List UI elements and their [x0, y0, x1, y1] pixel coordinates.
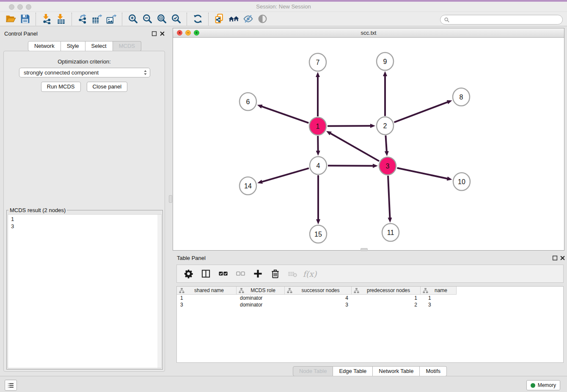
show-panes-icon[interactable] — [200, 268, 211, 279]
graph-node-2[interactable]: 2 — [377, 117, 394, 135]
table-panel-title: Table Panel — [177, 255, 206, 261]
zoom-fit-icon[interactable] — [154, 13, 169, 25]
export-image-icon[interactable] — [104, 13, 118, 25]
network-graph: 7968124314101511 — [173, 38, 564, 250]
tab-edge-table[interactable]: Edge Table — [333, 366, 373, 376]
network-view-window: × – + scc.txt 7968124314101511 — [173, 28, 564, 251]
zoom-in-icon[interactable] — [126, 13, 140, 25]
task-history-button[interactable] — [5, 380, 17, 391]
open-file-icon[interactable] — [3, 13, 18, 25]
control-panel: Control Panel NetworkStyleSelectMCDS Opt… — [0, 28, 169, 376]
edge-3-11[interactable] — [388, 176, 390, 218]
mcds-result-box: MCDS result (2 nodes) 13 — [6, 207, 163, 370]
criterion-select[interactable]: strongly connected component — [19, 68, 150, 77]
edge-4-3[interactable] — [328, 166, 374, 166]
close-panel-button[interactable]: Close panel — [87, 82, 128, 92]
graph-node-3[interactable]: 3 — [379, 157, 396, 175]
close-table-panel-icon[interactable] — [560, 255, 565, 261]
import-network-icon[interactable] — [39, 13, 54, 25]
save-session-icon[interactable] — [18, 13, 32, 25]
graph-node-4[interactable]: 4 — [310, 157, 327, 174]
deselect-all-icon[interactable] — [235, 268, 246, 279]
edge-4-14[interactable] — [261, 168, 309, 182]
table-cell: 1 — [352, 295, 421, 301]
column-header-predecessor-nodes[interactable]: predecessor nodes — [352, 287, 421, 295]
settings-icon[interactable] — [183, 268, 194, 279]
edge-3-1[interactable] — [330, 133, 379, 161]
hide-graphics-details-icon[interactable] — [241, 13, 255, 25]
toolbar-group — [36, 13, 72, 25]
edge-3-10[interactable] — [397, 168, 448, 179]
table-row[interactable]: 1dominator411 — [177, 295, 563, 301]
tab-network[interactable]: Network — [28, 41, 61, 51]
duplicate-network-icon[interactable] — [212, 13, 226, 25]
add-row-icon[interactable] — [252, 268, 263, 279]
svg-text:6: 6 — [246, 98, 250, 105]
delete-row-icon[interactable] — [270, 268, 281, 279]
table-cell: 1 — [421, 295, 457, 301]
mcds-result-list: 13 — [8, 214, 162, 368]
graph-node-7[interactable]: 7 — [309, 53, 326, 71]
table-row[interactable]: 3dominator323 — [177, 301, 563, 308]
svg-text:3: 3 — [386, 163, 390, 170]
result-line: 3 — [11, 223, 160, 230]
export-table-icon[interactable] — [90, 13, 104, 25]
tab-mcds[interactable]: MCDS — [113, 41, 141, 51]
mcds-tab-content: Optimization criterion: strongly connect… — [3, 51, 165, 372]
table-cell: 3 — [177, 301, 237, 308]
graph-node-8[interactable]: 8 — [453, 88, 470, 106]
search-field[interactable] — [440, 15, 563, 25]
column-header-shared-name[interactable]: shared name — [177, 287, 237, 295]
refresh-layout-icon[interactable] — [190, 13, 205, 25]
toolbar-group — [0, 13, 36, 25]
column-header-name[interactable]: name — [421, 287, 457, 295]
graph-node-9[interactable]: 9 — [377, 52, 394, 70]
graph-node-11[interactable]: 11 — [382, 224, 399, 241]
canvas-splitter-handle[interactable] — [361, 248, 368, 251]
svg-text:15: 15 — [314, 231, 322, 238]
graph-node-15[interactable]: 15 — [310, 225, 327, 243]
toolbar-group — [122, 13, 187, 25]
select-all-icon[interactable] — [217, 268, 228, 279]
edge-2-3[interactable] — [385, 135, 386, 152]
close-panel-icon[interactable] — [160, 31, 165, 36]
run-mcds-button[interactable]: Run MCDS — [41, 82, 81, 92]
control-panel-tabs: NetworkStyleSelectMCDS — [0, 41, 169, 51]
graph-node-6[interactable]: 6 — [239, 93, 256, 110]
search-icon — [444, 17, 450, 23]
search-input[interactable] — [452, 17, 559, 23]
zoom-selected-icon[interactable] — [169, 13, 183, 25]
network-canvas[interactable]: 7968124314101511 — [173, 38, 564, 250]
toolbar-group — [72, 13, 122, 25]
status-bar: Memory — [0, 376, 567, 392]
float-panel-icon[interactable] — [151, 31, 157, 36]
zoom-out-icon[interactable] — [140, 13, 154, 25]
column-header-MCDS-role[interactable]: MCDS role — [237, 287, 285, 295]
tab-network-table[interactable]: Network Table — [373, 366, 420, 376]
svg-text:1: 1 — [316, 123, 320, 130]
result-scrollbar[interactable] — [157, 215, 161, 368]
table-cell: 3 — [421, 301, 457, 308]
show-graphics-details-icon[interactable] — [255, 13, 270, 25]
tab-node-table[interactable]: Node Table — [293, 366, 333, 376]
table-cell: 2 — [352, 301, 421, 308]
network-overview-icon[interactable] — [226, 13, 241, 25]
import-table-icon[interactable] — [54, 13, 68, 25]
edge-1-2[interactable] — [328, 126, 371, 126]
column-header-successor-nodes[interactable]: successor nodes — [285, 287, 352, 295]
svg-text:7: 7 — [316, 59, 320, 66]
float-table-panel-icon[interactable] — [552, 255, 558, 261]
edge-1-6[interactable] — [261, 106, 308, 123]
table-cell: 1 — [177, 295, 237, 301]
export-network-icon[interactable] — [75, 13, 90, 25]
edge-2-8[interactable] — [394, 102, 449, 122]
result-line: 1 — [11, 215, 160, 223]
graph-node-1[interactable]: 1 — [309, 117, 326, 135]
memory-button[interactable]: Memory — [526, 380, 560, 390]
tab-motifs[interactable]: Motifs — [420, 366, 447, 376]
panel-splitter-handle[interactable] — [169, 195, 172, 203]
tab-select[interactable]: Select — [85, 41, 113, 51]
graph-node-14[interactable]: 14 — [239, 177, 256, 195]
graph-node-10[interactable]: 10 — [453, 173, 470, 190]
tab-style[interactable]: Style — [61, 41, 85, 51]
